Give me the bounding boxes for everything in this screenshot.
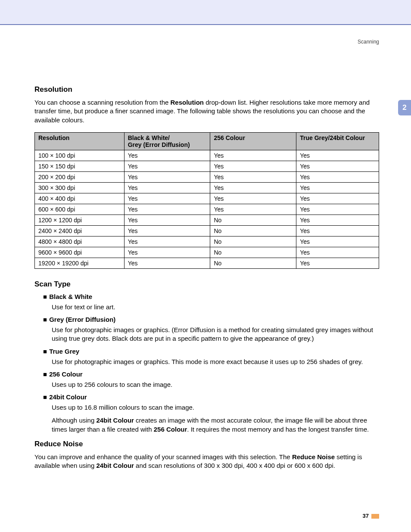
- resolution-heading: Resolution: [34, 85, 379, 94]
- item-title: Black & White: [49, 293, 92, 300]
- list-item-desc: Use for photographic images or graphics.…: [52, 326, 379, 343]
- text: You can improve and enhance the quality …: [34, 453, 292, 460]
- table-row: 100 × 100 dpiYesYesYes: [35, 150, 379, 161]
- table-row: 1200 × 1200 dpiYesNoYes: [35, 215, 379, 225]
- table-row: 400 × 400 dpiYesYesYes: [35, 193, 379, 204]
- table-cell: 4800 × 4800 dpi: [35, 236, 125, 247]
- text: Although using: [52, 417, 96, 424]
- table-cell: Yes: [296, 171, 379, 182]
- page-number: 37: [363, 513, 369, 519]
- table-cell: 300 × 300 dpi: [35, 182, 125, 193]
- table-row: 9600 × 9600 dpiYesNoYes: [35, 247, 379, 258]
- square-bullet-icon: ■: [43, 393, 47, 401]
- table-cell: Yes: [124, 215, 210, 225]
- th-bw: Black & White/ Grey (Error Diffusion): [124, 132, 210, 150]
- text: and scan resolutions of 300 x 300 dpi, 4…: [134, 462, 335, 469]
- table-row: 150 × 150 dpiYesYesYes: [35, 161, 379, 171]
- text: You can choose a scanning resolution fro…: [34, 99, 170, 106]
- text: 256 Colour: [154, 426, 187, 433]
- table-cell: No: [210, 247, 296, 258]
- table-cell: Yes: [124, 161, 210, 171]
- table-row: 4800 × 4800 dpiYesNoYes: [35, 236, 379, 247]
- list-item-heading: ■ Grey (Error Diffusion): [43, 316, 379, 323]
- page-content: Resolution You can choose a scanning res…: [0, 25, 411, 470]
- table-cell: Yes: [124, 225, 210, 236]
- square-bullet-icon: ■: [43, 348, 47, 355]
- th-resolution: Resolution: [35, 132, 125, 150]
- chapter-tab: 2: [398, 100, 411, 115]
- table-cell: Yes: [124, 258, 210, 268]
- top-band: [0, 0, 411, 24]
- table-cell: 9600 × 9600 dpi: [35, 247, 125, 258]
- breadcrumb: Scanning: [358, 39, 379, 45]
- table-cell: No: [210, 258, 296, 268]
- text: . It requires the most memory and has th…: [187, 426, 369, 433]
- table-cell: Yes: [296, 182, 379, 193]
- table-cell: Yes: [296, 247, 379, 258]
- table-cell: Yes: [296, 204, 379, 215]
- table-cell: 2400 × 2400 dpi: [35, 225, 125, 236]
- table-cell: Yes: [296, 215, 379, 225]
- table-cell: Yes: [124, 150, 210, 161]
- list-item-desc: Uses up to 16.8 million colours to scan …: [52, 403, 379, 412]
- list-item-heading: ■ Black & White: [43, 293, 379, 300]
- table-cell: 150 × 150 dpi: [35, 161, 125, 171]
- bold-24bit: 24bit Colour: [96, 462, 134, 469]
- reduce-noise-bold: Reduce Noise: [292, 453, 335, 460]
- table-cell: 200 × 200 dpi: [35, 171, 125, 182]
- reduce-noise-heading: Reduce Noise: [34, 440, 379, 448]
- table-cell: Yes: [210, 204, 296, 215]
- item-title: 256 Colour: [49, 370, 83, 378]
- table-row: 2400 × 2400 dpiYesNoYes: [35, 225, 379, 236]
- table-cell: Yes: [124, 247, 210, 258]
- table-cell: Yes: [296, 150, 379, 161]
- table-cell: Yes: [124, 193, 210, 204]
- table-header-row: Resolution Black & White/ Grey (Error Di…: [35, 132, 379, 150]
- resolution-intro: You can choose a scanning resolution fro…: [34, 98, 379, 124]
- resolution-table: Resolution Black & White/ Grey (Error Di…: [34, 132, 379, 269]
- resolution-bold: Resolution: [170, 99, 204, 106]
- page-footer: 37: [363, 513, 379, 519]
- table-cell: Yes: [210, 182, 296, 193]
- table-cell: No: [210, 215, 296, 225]
- th-256: 256 Colour: [210, 132, 296, 150]
- table-cell: 600 × 600 dpi: [35, 204, 125, 215]
- table-cell: Yes: [124, 204, 210, 215]
- table-cell: No: [210, 225, 296, 236]
- table-cell: Yes: [210, 193, 296, 204]
- reduce-noise-intro: You can improve and enhance the quality …: [34, 453, 379, 470]
- table-row: 19200 × 19200 dpiYesNoYes: [35, 258, 379, 268]
- table-cell: 100 × 100 dpi: [35, 150, 125, 161]
- table-cell: Yes: [210, 150, 296, 161]
- list-item-desc: Uses up to 256 colours to scan the image…: [52, 380, 379, 389]
- table-cell: 19200 × 19200 dpi: [35, 258, 125, 268]
- table-cell: No: [210, 236, 296, 247]
- list-item-desc: Although using 24bit Colour creates an i…: [52, 416, 379, 434]
- text: 24bit Colour: [96, 417, 134, 424]
- table-cell: Yes: [210, 171, 296, 182]
- table-cell: Yes: [124, 182, 210, 193]
- table-row: 600 × 600 dpiYesYesYes: [35, 204, 379, 215]
- table-row: 300 × 300 dpiYesYesYes: [35, 182, 379, 193]
- list-item-heading: ■ 256 Colour: [43, 370, 379, 378]
- item-title: True Grey: [49, 348, 79, 355]
- table-cell: Yes: [124, 236, 210, 247]
- list-item-desc: Use for text or line art.: [52, 303, 379, 311]
- scan-type-heading: Scan Type: [34, 280, 379, 289]
- table-cell: Yes: [296, 193, 379, 204]
- square-bullet-icon: ■: [43, 370, 47, 378]
- list-item-desc: Use for photographic images or graphics.…: [52, 358, 379, 366]
- item-title: Grey (Error Diffusion): [49, 316, 115, 323]
- list-item-heading: ■ 24bit Colour: [43, 393, 379, 401]
- item-title: 24bit Colour: [49, 393, 87, 401]
- square-bullet-icon: ■: [43, 316, 47, 323]
- table-cell: Yes: [210, 161, 296, 171]
- square-bullet-icon: ■: [43, 293, 47, 300]
- table-cell: Yes: [296, 236, 379, 247]
- table-cell: 400 × 400 dpi: [35, 193, 125, 204]
- table-cell: Yes: [296, 225, 379, 236]
- th-true: True Grey/24bit Colour: [296, 132, 379, 150]
- table-cell: Yes: [296, 161, 379, 171]
- list-item-heading: ■ True Grey: [43, 348, 379, 355]
- table-cell: 1200 × 1200 dpi: [35, 215, 125, 225]
